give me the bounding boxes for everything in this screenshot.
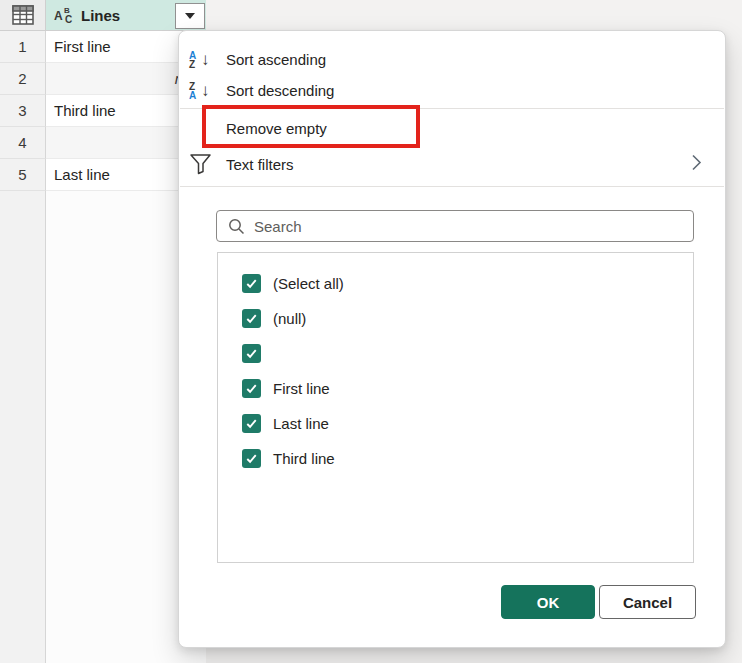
row-number-gutter — [0, 191, 46, 663]
column-filter-dropdown-button[interactable] — [175, 3, 205, 29]
chevron-right-icon — [689, 154, 703, 175]
table-row: 1 First line — [0, 31, 206, 63]
table-row: 2 null — [0, 63, 206, 95]
list-item-label: First line — [273, 380, 330, 397]
table-row: 4 — [0, 127, 206, 159]
menu-item-text-filters[interactable]: Text filters — [179, 147, 725, 181]
checkbox-checked-icon[interactable] — [242, 449, 261, 468]
filter-dropdown-panel: AZ ↓ Sort ascending ZA ↓ Sort descending… — [178, 30, 726, 648]
list-item-first-line[interactable]: First line — [218, 371, 693, 406]
dropdown-arrow-icon — [185, 13, 195, 19]
menu-item-sort-descending[interactable]: ZA ↓ Sort descending — [179, 75, 725, 106]
checkbox-checked-icon[interactable] — [242, 379, 261, 398]
menu-item-remove-empty[interactable]: Remove empty — [179, 111, 725, 145]
cancel-button[interactable]: Cancel — [599, 585, 696, 619]
power-query-editor: ABC Lines 1 First line 2 null 3 Third li… — [0, 0, 742, 663]
row-number[interactable]: 5 — [0, 159, 46, 191]
row-number[interactable]: 3 — [0, 95, 46, 127]
list-item-label: (Select all) — [273, 275, 344, 292]
checkbox-checked-icon[interactable] — [242, 344, 261, 363]
list-item-null[interactable]: (null) — [218, 301, 693, 336]
table-grid-icon — [12, 5, 34, 25]
list-item-third-line[interactable]: Third line — [218, 441, 693, 476]
checkbox-checked-icon[interactable] — [242, 414, 261, 433]
menu-separator — [180, 108, 724, 109]
list-item-select-all[interactable]: (Select all) — [218, 266, 693, 301]
table-row: 3 Third line — [0, 95, 206, 127]
checkbox-checked-icon[interactable] — [242, 309, 261, 328]
search-box — [216, 210, 694, 242]
row-number[interactable]: 1 — [0, 31, 46, 63]
text-type-icon: ABC — [54, 6, 75, 25]
list-item-label: Third line — [273, 450, 335, 467]
search-icon — [228, 218, 245, 235]
filter-values-list: (Select all) (null) First line — [217, 252, 694, 563]
row-number[interactable]: 4 — [0, 127, 46, 159]
checkbox-checked-icon[interactable] — [242, 274, 261, 293]
menu-item-label: Text filters — [226, 156, 294, 173]
menu-separator — [180, 186, 724, 187]
menu-item-label: Remove empty — [226, 120, 327, 137]
table-menu-button[interactable] — [0, 0, 46, 31]
sort-ascending-icon: AZ ↓ — [189, 51, 210, 69]
column-header-label: Lines — [81, 7, 120, 24]
table-row: 5 Last line — [0, 159, 206, 191]
list-item-label: (null) — [273, 310, 306, 327]
menu-item-sort-ascending[interactable]: AZ ↓ Sort ascending — [179, 44, 725, 75]
row-number[interactable]: 2 — [0, 63, 46, 95]
ok-button[interactable]: OK — [501, 585, 595, 619]
menu-item-label: Sort ascending — [226, 51, 326, 68]
search-input[interactable] — [254, 218, 693, 235]
list-item-label: Last line — [273, 415, 329, 432]
list-item-empty[interactable] — [218, 336, 693, 371]
sort-descending-icon: ZA ↓ — [189, 82, 210, 100]
menu-item-label: Sort descending — [226, 82, 334, 99]
column-header-lines[interactable]: ABC Lines — [46, 0, 206, 31]
funnel-icon — [189, 153, 212, 175]
list-item-last-line[interactable]: Last line — [218, 406, 693, 441]
